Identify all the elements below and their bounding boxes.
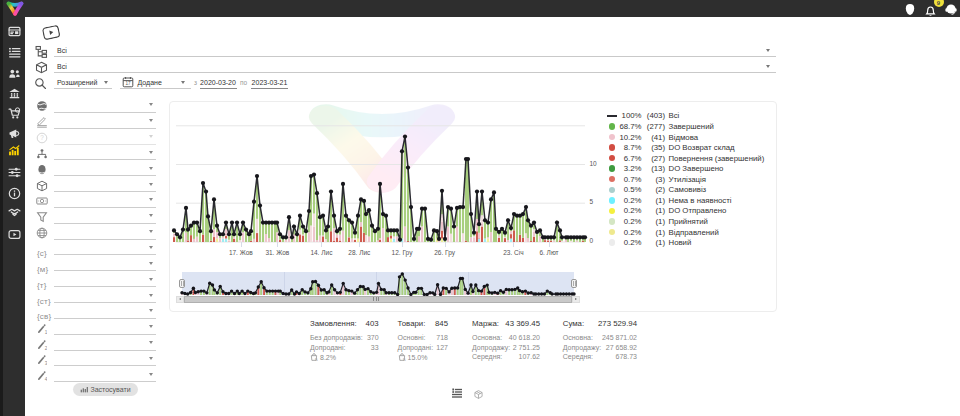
svg-text:17: 17 [125,80,131,85]
svg-text:%: % [403,358,406,361]
svg-text:?: ? [40,134,44,141]
svg-text:3: 3 [45,361,47,365]
svg-text:2: 2 [45,345,47,349]
svg-text:%: % [315,358,318,361]
svg-text:1: 1 [45,330,47,334]
svg-text:4: 4 [45,377,47,381]
